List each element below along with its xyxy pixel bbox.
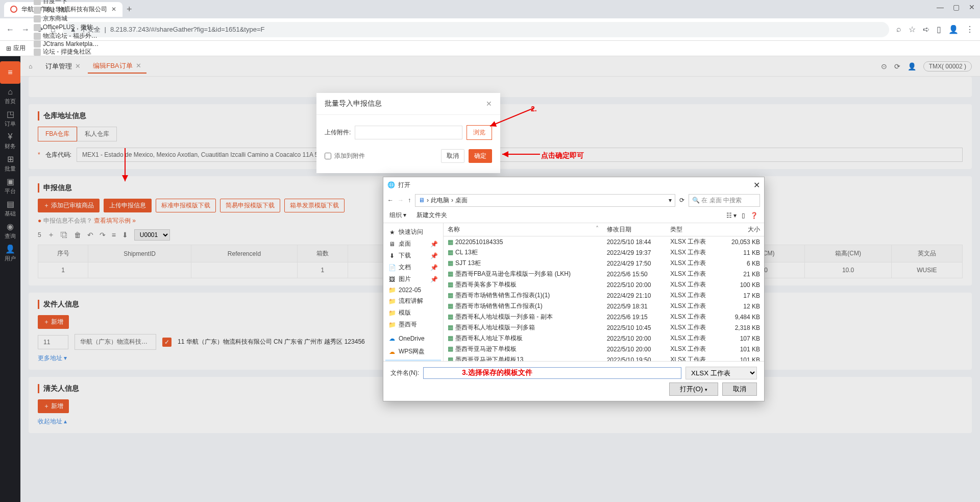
bookmark-item[interactable]: 论坛 - 捍捷兔社区 [34,47,99,56]
view-icon[interactable]: ☷ ▾ [726,212,737,219]
sidebar-item-5[interactable]: ▣平台 [0,175,20,197]
url-text: 8.218.37.243/#/shareGather?fig=1&id=1651… [110,26,264,33]
file-row[interactable]: ▦墨西哥私人地址模版一列多箱 - 副本2022/5/6 19:15XLSX 工作… [444,312,764,322]
import-modal: 批量导入申报信息 ✕ 上传附件: 浏览 添加到附件 取消 确定 [316,93,500,173]
side-downloads[interactable]: ⬇下载📌 [385,250,441,261]
col-size[interactable]: 大小 [720,223,764,236]
side-pictures[interactable]: 🖼图片📌 [385,273,441,285]
side-desktop[interactable]: 🖥桌面📌 [385,238,441,250]
menu-icon[interactable]: ⋮ [966,25,974,34]
back-icon[interactable]: ← [6,25,14,34]
apps-button[interactable]: ⊞ 应用 [6,44,26,53]
dialog-open-button[interactable]: 打开(O) ▾ [669,383,718,396]
file-row[interactable]: ▦墨西哥市场销售销售工作报表(1)(1)2022/4/29 21:10XLSX … [444,290,764,301]
dialog-sidebar: ★快速访问 🖥桌面📌 ⬇下载📌 📄文档📌 🖼图片📌 📁2022-05 📁流程讲解… [383,223,444,361]
bookmark-item[interactable]: OfficePLUS，微软… [34,23,99,32]
file-row[interactable]: ▦202205101843352022/5/10 18:44XLSX 工作表20… [444,236,764,248]
tab-close-icon[interactable]: ✕ [111,6,116,13]
sidebar-item-1[interactable]: ⌂首页 [0,85,20,107]
col-name[interactable]: 名称 ˄ [444,223,603,236]
dialog-cancel-button[interactable]: 取消 [722,383,757,396]
profile-icon[interactable]: 👤 [948,25,959,34]
new-folder-button[interactable]: 新建文件夹 [416,211,447,220]
bookmark-item[interactable]: 京东商城 [34,14,99,23]
side-onedrive[interactable]: ☁OneDrive [385,333,441,344]
bookmark-item[interactable]: JCtrans Marketpla… [34,40,99,47]
window-controls: — ▢ ✕ [937,3,975,11]
preview-icon[interactable]: ▯ [742,212,745,219]
new-tab-button[interactable]: + [127,4,132,15]
tab-favicon [10,6,17,13]
file-row[interactable]: ▦墨西哥市场销售销售工作报表(1)2022/5/9 18:31XLSX 工作表1… [444,301,764,312]
side-folder-2[interactable]: 📁流程讲解 [385,295,441,307]
help-icon[interactable]: ❓ [750,212,758,219]
dlg-forward-icon[interactable]: → [398,197,404,204]
sidebar: ≡⌂首页◳订单¥财务⊞批量▣平台▤基础◉查询👤用户 [0,56,20,502]
file-row[interactable]: ▦墨西哥FBA亚马逊仓库模版一列多箱 (LKH)2022/5/6 15:50XL… [444,269,764,279]
file-row[interactable]: ▦墨西哥私人地址模版一列多箱2022/5/10 10:45XLSX 工作表2,3… [444,322,764,333]
dialog-file-list: 名称 ˄ 修改日期 类型 大小 ▦202205101843352022/5/10… [444,223,764,361]
side-quick-access[interactable]: ★快速访问 [385,226,441,238]
file-row[interactable]: ▦墨西哥美客多下单模板2022/5/10 20:00XLSX 工作表100 KB [444,279,764,290]
file-row[interactable]: ▦CL 13柜2022/4/29 19:37XLSX 工作表11 KB [444,247,764,258]
file-row[interactable]: ▦墨西哥亚马逊下单模板132022/5/10 19:50XLSX 工作表101 … [444,354,764,361]
file-row[interactable]: ▦墨西哥亚马逊下单模板2022/5/10 20:00XLSX 工作表101 KB [444,344,764,354]
dlg-back-icon[interactable]: ← [387,197,394,204]
side-documents[interactable]: 📄文档📌 [385,261,441,273]
reader-icon[interactable]: ▯ [937,25,941,34]
star-icon[interactable]: ☆ [909,25,916,34]
side-folder-1[interactable]: 📁2022-05 [385,285,441,295]
bookmark-item[interactable]: 百度一下 [34,0,99,6]
file-row[interactable]: ▦墨西哥私人地址下单模板2022/5/10 20:00XLSX 工作表107 K… [444,333,764,344]
modal-close-icon[interactable]: ✕ [486,100,492,108]
bookmarks-bar: ⊞ 应用 百度一下网址导航京东商城OfficePLUS，微软…物流论坛 - 福步… [0,41,980,56]
dialog-close-icon[interactable]: ✕ [753,180,760,190]
side-folder-3[interactable]: 📁模版 [385,307,441,319]
side-wps[interactable]: ☁WPS网盘 [385,346,441,357]
sidebar-item-6[interactable]: ▤基础 [0,197,20,220]
upload-label: 上传附件: [325,128,351,137]
col-type[interactable]: 类型 [666,223,719,236]
sidebar-item-3[interactable]: ¥财务 [0,130,20,152]
file-row[interactable]: ▦SJT 13柜2022/4/29 17:50XLSX 工作表6 KB [444,258,764,269]
dialog-search[interactable]: 🔍 在 桌面 中搜索 [689,194,760,207]
close-window-icon[interactable]: ✕ [969,3,975,11]
maximize-icon[interactable]: ▢ [953,3,960,11]
dlg-up-icon[interactable]: ↑ [408,197,411,204]
modal-title: 批量导入申报信息 [325,99,382,108]
organize-menu[interactable]: 组织 ▾ [389,211,406,220]
side-folder-4[interactable]: 📁墨西哥 [385,319,441,330]
sidebar-item-7[interactable]: ◉查询 [0,220,20,242]
dlg-refresh-icon[interactable]: ⟳ [679,197,684,204]
browse-button[interactable]: 浏览 [467,125,492,140]
sidebar-item-2[interactable]: ◳订单 [0,107,20,130]
dialog-title: 打开 [398,181,410,189]
add-to-attachment-checkbox[interactable]: 添加到附件 [325,152,365,160]
file-open-dialog: 🌐 打开 ✕ ← → ↑ 🖥 › 此电脑 › 桌面 ▾ ⟳ 🔍 在 桌面 中 [383,177,765,401]
key-icon[interactable]: ⌕ [896,25,901,34]
minimize-icon[interactable]: — [937,3,944,11]
col-date[interactable]: 修改日期 [603,223,667,236]
modal-ok-button[interactable]: 确定 [469,149,492,163]
modal-cancel-button[interactable]: 取消 [441,149,464,163]
forward-icon[interactable]: → [21,25,30,34]
filename-label: 文件名(N): [390,369,419,377]
sidebar-item-4[interactable]: ⊞批量 [0,152,20,175]
share-icon[interactable]: ➪ [923,25,929,34]
filetype-select[interactable]: XLSX 工作表 [685,367,757,379]
dialog-path[interactable]: 🖥 › 此电脑 › 桌面 ▾ [415,194,675,207]
bookmark-item[interactable]: 物流论坛 - 福步外… [34,32,99,40]
sidebar-item-8[interactable]: 👤用户 [0,242,20,265]
upload-path-input[interactable] [355,126,462,139]
bookmark-item[interactable]: 网址导航 [34,6,99,14]
chrome-icon: 🌐 [387,181,395,188]
browser-chrome: — ▢ ✕ 华航（广东）物流科技有限公司 ✕ + ← → ⟳ ⌂ ▲ 不安全 |… [0,0,980,41]
address-bar[interactable]: ▲ 不安全 | 8.218.37.243/#/shareGather?fig=1… [63,22,889,37]
sidebar-item-0[interactable]: ≡ [0,61,20,84]
